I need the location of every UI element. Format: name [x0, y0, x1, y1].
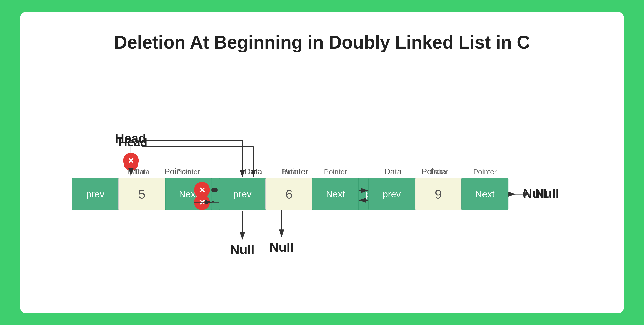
null-bottom-label: Null: [269, 240, 294, 254]
null-right-label: Null: [523, 186, 547, 200]
node2-next-text: Next: [318, 189, 338, 199]
node3-data-value: 9: [418, 187, 425, 201]
node3-next-text: Next: [458, 189, 477, 199]
node1-data-value: 5: [138, 187, 145, 201]
page-title: Deletion At Beginning in Doubly Linked L…: [114, 32, 530, 53]
node2-prev-text: prev: [226, 189, 244, 199]
node3-data-label: Data: [384, 167, 402, 176]
card: Deletion At Beginning in Doubly Linked L…: [20, 12, 624, 313]
node3-prev-text: prev: [366, 189, 384, 199]
node2-pointer-label: Pointer: [282, 167, 308, 176]
node2-data-value: 6: [278, 187, 285, 201]
x-icon-head: ✕: [128, 159, 134, 168]
x-icon-next1: ✕: [195, 186, 202, 195]
node1-pointer-label: Pointer: [164, 167, 191, 176]
node1-prev-text: prev: [86, 189, 104, 199]
diagram-svg: Data Pointer prev 5 Next Data Pointer pr…: [40, 73, 604, 298]
head-label: Head: [119, 136, 147, 149]
diagram-area: Data Pointer prev 5 Next Data Pointer pr…: [40, 73, 604, 298]
node3-pointer-label: Pointer: [422, 167, 448, 176]
